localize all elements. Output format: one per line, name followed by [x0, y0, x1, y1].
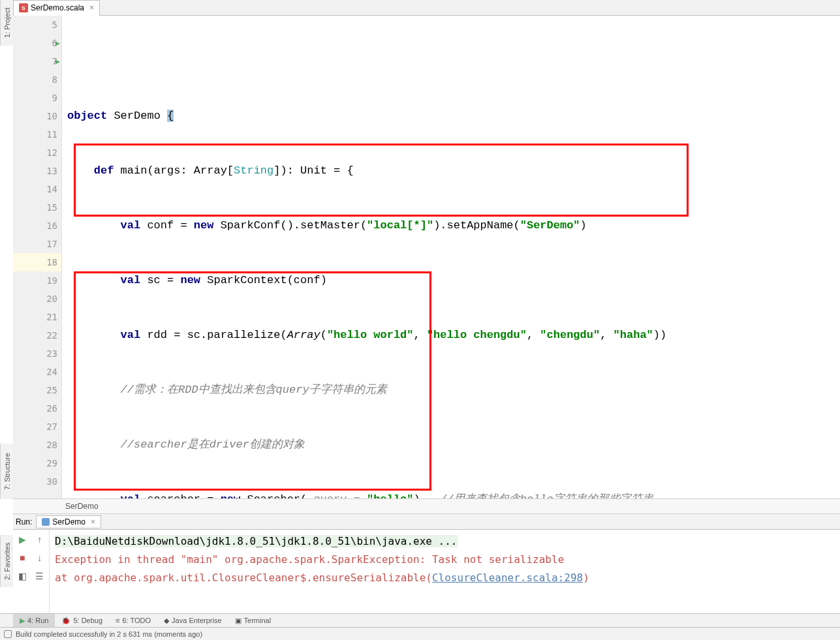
terminal-icon: ▣	[235, 617, 241, 625]
run-gutter-icon[interactable]: ▶	[55, 57, 60, 66]
close-icon[interactable]: ×	[91, 517, 95, 526]
editor-tab-bar: S SerDemo.scala ×	[13, 0, 840, 16]
breadcrumb[interactable]: SerDemo	[13, 498, 840, 514]
code-line: val conf = new SparkConf().setMaster("lo…	[62, 217, 840, 235]
line-number: 17	[13, 235, 61, 253]
sidebar-tab-favorites[interactable]: 2: Favorites	[0, 535, 13, 587]
code-line: object SerDemo {	[62, 107, 840, 125]
tab-terminal[interactable]: ▣Terminal	[228, 614, 278, 627]
run-panel-header: Run: SerDemo ×	[13, 514, 840, 530]
code-line: val searcher = new Searcher( query = "he…	[62, 491, 840, 498]
status-icon[interactable]	[4, 630, 12, 638]
tab-debug[interactable]: 🐞5: Debug	[55, 614, 109, 627]
line-number: 24	[13, 363, 61, 381]
file-tab-serdemo[interactable]: S SerDemo.scala ×	[13, 0, 100, 16]
run-tab-serdemo[interactable]: SerDemo ×	[36, 515, 101, 528]
console-stacktrace: at org.apache.spark.util.ClosureCleaner$…	[55, 569, 835, 587]
line-number: 23	[13, 344, 61, 363]
status-message: Build completed successfully in 2 s 631 …	[16, 630, 202, 638]
run-gutter-icon[interactable]: ▶	[55, 38, 60, 48]
status-bar: Build completed successfully in 2 s 631 …	[0, 627, 840, 640]
sidebar-tab-structure[interactable]: 7: Structure	[0, 444, 13, 499]
up-button[interactable]: ↑	[32, 531, 48, 548]
line-number: 22	[13, 326, 61, 344]
line-number: 18	[13, 253, 61, 271]
code-content[interactable]: object SerDemo { def main(args: Array[St…	[62, 16, 840, 498]
line-number: 6▶	[13, 34, 61, 52]
code-line: //searcher是在driver创建的对象	[62, 436, 840, 454]
line-number: 21	[13, 308, 61, 326]
rerun-button[interactable]: ▶	[14, 531, 31, 548]
line-number: 30	[13, 472, 61, 491]
line-number: 13	[13, 162, 61, 180]
run-label: Run:	[16, 517, 32, 526]
code-line: val rdd = sc.parallelize(Array("hello wo…	[62, 326, 840, 344]
down-button[interactable]: ↓	[32, 549, 48, 566]
code-line	[62, 52, 840, 70]
line-number: 14	[13, 180, 61, 198]
run-tab-label: SerDemo	[52, 517, 86, 526]
console-error: Exception in thread "main" org.apache.sp…	[55, 551, 835, 569]
line-number: 11	[13, 125, 61, 144]
sidebar-tab-project[interactable]: 1: Project	[0, 0, 13, 46]
code-line: //需求：在RDD中查找出来包含query子字符串的元素	[62, 381, 840, 399]
bottom-tool-tabs: ▶4: Run 🐞5: Debug ≡6: TODO ◆Java Enterpr…	[0, 613, 840, 627]
line-number: 7▶	[13, 52, 61, 70]
line-number: 25	[13, 381, 61, 399]
print-button[interactable]: ☰	[32, 568, 48, 585]
jee-icon: ◆	[164, 617, 169, 625]
play-icon: ▶	[20, 617, 25, 625]
line-number: 28	[13, 436, 61, 454]
code-line: val sc = new SparkContext(conf)	[62, 271, 840, 290]
run-panel: Run: SerDemo × ▶ ↑ ■ ↓ ◧ ☰ D:\BaiduNetdi…	[13, 514, 840, 613]
todo-icon: ≡	[116, 617, 119, 624]
line-number: 26	[13, 399, 61, 418]
run-toolbar: ▶ ↑ ■ ↓ ◧ ☰	[13, 530, 50, 613]
line-number: 19	[13, 271, 61, 290]
file-tab-label: SerDemo.scala	[31, 3, 84, 12]
screenshot-button[interactable]: ◧	[14, 568, 31, 585]
line-number: 29	[13, 454, 61, 472]
highlight-box-1	[74, 144, 689, 217]
line-number: 20	[13, 290, 61, 308]
gutter: 5 6▶ 7▶ 8 9 10 11 12 13 14 15 16 17 18 1…	[13, 16, 62, 498]
scala-file-icon: S	[19, 3, 28, 12]
source-link[interactable]: ClosureCleaner.scala:298	[432, 571, 583, 584]
line-number: 15	[13, 198, 61, 217]
code-line: def main(args: Array[String]): Unit = {	[62, 162, 840, 180]
close-icon[interactable]: ×	[89, 3, 94, 12]
line-number: 9	[13, 89, 61, 107]
tab-java-enterprise[interactable]: ◆Java Enterprise	[157, 614, 228, 627]
console-command: D:\BaiduNetdiskDownload\jdk1.8.0_51\jdk1…	[55, 535, 458, 547]
line-number: 10	[13, 107, 61, 125]
stop-button[interactable]: ■	[14, 549, 31, 566]
line-number: 12	[13, 144, 61, 162]
line-number: 8	[13, 70, 61, 89]
line-number: 27	[13, 418, 61, 436]
tab-todo[interactable]: ≡6: TODO	[109, 614, 157, 627]
bug-icon: 🐞	[61, 617, 70, 625]
line-number: 5	[13, 16, 61, 34]
console-output[interactable]: D:\BaiduNetdiskDownload\jdk1.8.0_51\jdk1…	[50, 530, 840, 613]
run-config-icon	[42, 518, 50, 526]
line-number: 16	[13, 217, 61, 235]
editor: 5 6▶ 7▶ 8 9 10 11 12 13 14 15 16 17 18 1…	[13, 16, 840, 498]
tab-run[interactable]: ▶4: Run	[13, 614, 55, 627]
